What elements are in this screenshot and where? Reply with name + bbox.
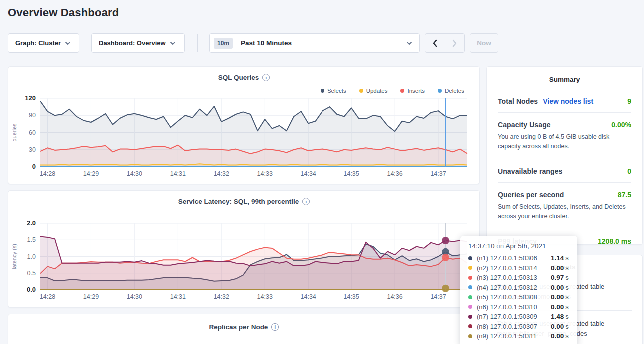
svg-text:14:32: 14:32 xyxy=(214,170,229,177)
node-address: (n4) 127.0.0.1:50312 xyxy=(477,284,551,291)
sql-queries-chart[interactable]: 030609012014:2814:2914:3014:3114:3214:33… xyxy=(8,67,479,184)
node-color-dot xyxy=(468,266,472,270)
tooltip-node-row: (n4) 127.0.0.1:503120.00s xyxy=(468,283,569,293)
svg-text:14:33: 14:33 xyxy=(257,170,273,177)
node-address: (n3) 127.0.0.1:50313 xyxy=(477,274,551,281)
tooltip-node-row: (n7) 127.0.0.1:503091.48s xyxy=(468,312,569,322)
svg-text:14:36: 14:36 xyxy=(387,293,402,300)
latency-unit: s xyxy=(565,313,569,320)
latency-unit: s xyxy=(565,303,569,311)
svg-text:14:28: 14:28 xyxy=(40,170,55,177)
unavailable-ranges-label: Unavailable ranges xyxy=(498,167,562,175)
p99-latency-value: 1208.0 ms xyxy=(598,237,631,245)
toolbar-divider xyxy=(197,34,198,52)
svg-text:14:32: 14:32 xyxy=(214,293,229,300)
node-latency-value: 0.00 xyxy=(551,264,564,272)
summary-row-capacity: Capacity Usage 0.00% You are using 0 B o… xyxy=(498,113,631,159)
node-address: (n6) 127.0.0.1:50310 xyxy=(477,303,551,311)
node-address: (n7) 127.0.0.1:50309 xyxy=(477,313,551,320)
tooltip-node-row: (n6) 127.0.0.1:503100.00s xyxy=(468,302,569,312)
node-color-dot xyxy=(468,334,472,338)
node-address: (n8) 127.0.0.1:50307 xyxy=(477,323,551,330)
node-address: (n2) 127.0.0.1:50314 xyxy=(477,264,551,272)
info-icon[interactable]: i xyxy=(271,323,279,331)
total-nodes-value: 9 xyxy=(627,97,631,105)
svg-text:14:28: 14:28 xyxy=(40,293,55,300)
tooltip-node-row: (n9) 127.0.0.1:503110.00s xyxy=(468,331,569,341)
view-nodes-list-link[interactable]: View nodes list xyxy=(543,97,593,105)
graph-dropdown-label: Graph: Cluster xyxy=(15,39,61,47)
tooltip-node-row: (n3) 127.0.0.1:503130.97s xyxy=(468,273,569,283)
svg-text:2.0: 2.0 xyxy=(27,219,36,227)
svg-text:14:29: 14:29 xyxy=(83,293,99,300)
prev-time-button[interactable] xyxy=(425,34,445,52)
sql-queries-card: SQL Queries i SelectsUpdatesInsertsDelet… xyxy=(8,66,480,184)
svg-text:90: 90 xyxy=(29,112,36,119)
svg-text:0.0: 0.0 xyxy=(27,286,36,293)
node-latency-value: 0.00 xyxy=(551,332,564,340)
tooltip-timestamp: 14:37:10 on Apr 5th, 2021 xyxy=(468,242,569,250)
latency-unit: s xyxy=(565,284,569,291)
tooltip-node-row: (n1) 127.0.0.1:503061.14s xyxy=(468,253,569,263)
svg-text:120: 120 xyxy=(25,94,36,102)
unavailable-ranges-value: 0 xyxy=(627,167,631,175)
total-nodes-label: Total Nodes xyxy=(498,97,538,105)
svg-text:queries: queries xyxy=(11,123,17,142)
chevron-down-icon xyxy=(406,41,412,45)
time-range-badge: 10m xyxy=(214,38,233,49)
svg-text:14:34: 14:34 xyxy=(301,293,316,300)
node-color-dot xyxy=(468,324,472,328)
capacity-usage-description: You are using 0 B of 4.5 GiB usable disk… xyxy=(498,132,631,152)
chevron-down-icon xyxy=(65,41,71,45)
tooltip-node-row: (n8) 127.0.0.1:503070.00s xyxy=(468,322,569,332)
svg-text:14:30: 14:30 xyxy=(127,170,142,177)
replicas-per-node-card: Replicas per Node i xyxy=(8,314,480,344)
node-latency-value: 1.48 xyxy=(551,313,564,320)
chart-tooltip: 14:37:10 on Apr 5th, 2021 (n1) 127.0.0.1… xyxy=(460,236,577,344)
qps-value: 87.5 xyxy=(618,191,631,199)
latency-unit: s xyxy=(565,274,569,281)
svg-text:14:29: 14:29 xyxy=(83,170,99,177)
next-time-button[interactable] xyxy=(445,34,465,52)
svg-text:14:34: 14:34 xyxy=(301,170,316,177)
node-latency-value: 0.00 xyxy=(551,284,564,291)
tooltip-node-row: (n5) 127.0.0.1:503080.00s xyxy=(468,292,569,302)
qps-label: Queries per second xyxy=(498,191,564,199)
svg-text:14:35: 14:35 xyxy=(343,170,359,177)
svg-text:1.0: 1.0 xyxy=(27,253,36,260)
node-latency-value: 0.00 xyxy=(551,303,564,311)
chevron-right-icon xyxy=(452,39,457,47)
svg-text:14:37: 14:37 xyxy=(430,170,446,177)
replicas-chart-title: Replicas per Node xyxy=(209,323,268,331)
time-range-label: Past 10 Minutes xyxy=(241,39,406,47)
chevron-down-icon xyxy=(170,41,176,45)
toolbar: Graph: Cluster Dashboard: Overview 10m P… xyxy=(0,33,644,53)
node-color-dot xyxy=(468,285,472,289)
svg-text:1.5: 1.5 xyxy=(27,236,36,243)
dashboard-dropdown-label: Dashboard: Overview xyxy=(99,39,166,47)
node-color-dot xyxy=(468,256,472,260)
latency-unit: s xyxy=(565,264,569,272)
capacity-usage-value: 0.00% xyxy=(611,121,631,129)
svg-text:14:36: 14:36 xyxy=(387,170,402,177)
node-latency-value: 1.14 xyxy=(551,254,564,262)
svg-text:14:37: 14:37 xyxy=(430,293,446,300)
node-address: (n5) 127.0.0.1:50308 xyxy=(477,293,551,301)
summary-title: Summary xyxy=(487,67,642,83)
qps-description: Sum of Selects, Updates, Inserts, and De… xyxy=(498,202,631,222)
service-latency-chart[interactable]: 0.00.51.01.52.014:2814:2914:3014:3114:32… xyxy=(8,191,479,307)
dashboard-dropdown[interactable]: Dashboard: Overview xyxy=(91,33,185,53)
graph-dropdown[interactable]: Graph: Cluster xyxy=(8,33,79,53)
svg-text:30: 30 xyxy=(29,146,36,153)
svg-text:14:30: 14:30 xyxy=(127,293,142,300)
svg-text:14:33: 14:33 xyxy=(257,293,273,300)
svg-text:14:31: 14:31 xyxy=(170,170,186,177)
node-color-dot xyxy=(468,305,472,309)
tooltip-node-row: (n2) 127.0.0.1:503140.00s xyxy=(468,263,569,273)
svg-text:0: 0 xyxy=(32,163,36,170)
node-color-dot xyxy=(468,276,472,280)
now-button[interactable]: Now xyxy=(470,33,498,53)
node-address: (n1) 127.0.0.1:50306 xyxy=(477,254,551,262)
time-range-dropdown[interactable]: 10m Past 10 Minutes xyxy=(209,33,420,53)
summary-row-unavailable-ranges: Unavailable ranges 0 xyxy=(498,159,631,183)
